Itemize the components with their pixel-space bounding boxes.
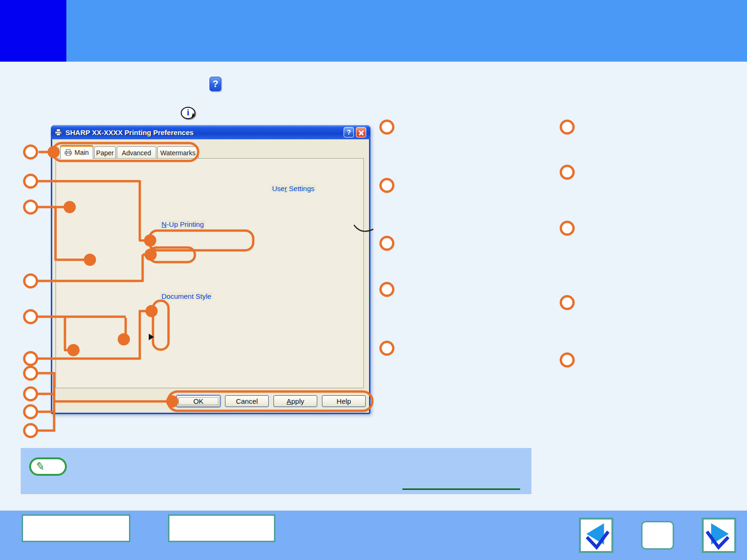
- note-badge: ✎: [29, 457, 67, 476]
- callout-circle: [23, 386, 38, 401]
- close-icon[interactable]: [356, 127, 366, 137]
- note-box: ✎: [21, 448, 531, 494]
- callout-circle: [23, 144, 38, 160]
- nav-forward-button[interactable]: [702, 518, 736, 553]
- printer-icon: [64, 149, 72, 156]
- tab-label: Main: [74, 149, 88, 156]
- callout-circle: [23, 273, 38, 288]
- nup-printing-group-label: N-Up Printing: [160, 220, 206, 228]
- callout-circle: [23, 174, 38, 189]
- footer-box-index[interactable]: [168, 514, 275, 542]
- titlebar-help-button[interactable]: ?: [344, 127, 354, 137]
- tab-paper[interactable]: Paper: [94, 146, 116, 159]
- info-bubble-icon: i: [181, 107, 195, 119]
- cancel-button[interactable]: Cancel: [225, 395, 269, 407]
- user-settings-group-label: User Settings: [270, 184, 316, 192]
- callout-circle: [560, 295, 575, 310]
- header-accent-block: [0, 0, 66, 62]
- callout-circle: [379, 282, 394, 297]
- callout-circle: [23, 309, 38, 324]
- callout-circle: [23, 366, 38, 381]
- help-button[interactable]: Help: [322, 395, 366, 407]
- callout-circle: [379, 236, 394, 251]
- manual-page: ? i SHARP XX-XXXX Printing Preferences ?: [0, 0, 747, 560]
- document-style-group-label: Document Style: [160, 292, 213, 300]
- callout-circle: [23, 200, 38, 215]
- header-band: [0, 0, 747, 62]
- callout-circle: [23, 423, 38, 438]
- footer-bar: [0, 511, 747, 560]
- callout-circle: [560, 120, 575, 135]
- callout-circle: [379, 120, 394, 135]
- apply-button[interactable]: Apply: [273, 395, 317, 407]
- callout-circle: [379, 341, 394, 356]
- callout-circle: [379, 178, 394, 193]
- printer-icon: [54, 128, 63, 136]
- printing-preferences-dialog: SHARP XX-XXXX Printing Preferences ? Mai…: [51, 125, 370, 414]
- back-arrow-icon: [581, 520, 611, 551]
- ok-button[interactable]: OK: [177, 395, 220, 407]
- tab-panel: [56, 158, 364, 388]
- page-number-box: [641, 521, 674, 550]
- footer-box-contents[interactable]: [22, 514, 130, 542]
- tab-main[interactable]: Main: [60, 145, 93, 159]
- note-link-underline[interactable]: [402, 488, 520, 490]
- callout-circle: [23, 404, 38, 419]
- callout-circle: [560, 165, 575, 180]
- dialog-titlebar[interactable]: SHARP XX-XXXX Printing Preferences ?: [51, 125, 370, 139]
- callout-circle: [560, 221, 575, 236]
- tab-advanced[interactable]: Advanced: [117, 146, 156, 159]
- help-icon: ?: [209, 77, 221, 91]
- dialog-title: SHARP XX-XXXX Printing Preferences: [65, 128, 193, 136]
- callout-circle: [23, 351, 38, 366]
- pencil-icon: ✎: [35, 460, 46, 473]
- tab-watermarks[interactable]: Watermarks: [157, 146, 199, 159]
- callout-circle: [560, 352, 575, 368]
- forward-arrow-icon: [704, 520, 734, 551]
- bubble-arrow-icon: [149, 334, 157, 340]
- nav-back-button[interactable]: [579, 518, 613, 553]
